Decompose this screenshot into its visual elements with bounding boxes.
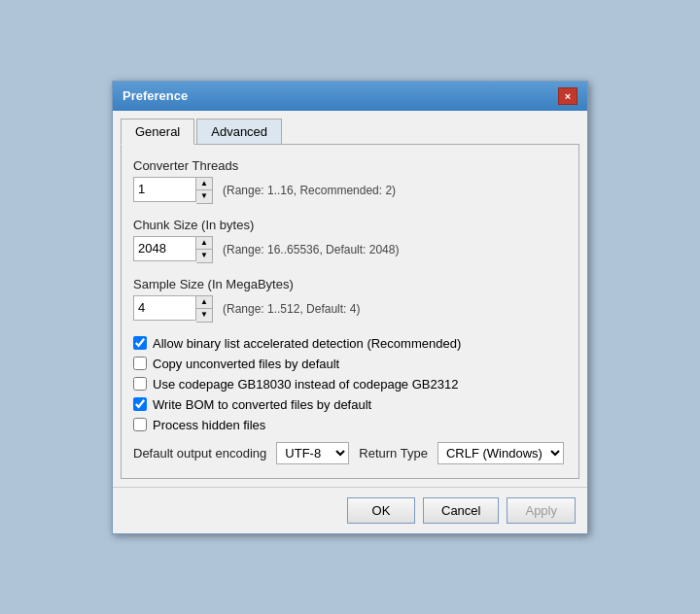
converter-threads-label: Converter Threads — [133, 158, 567, 173]
checkbox-write-bom-label: Write BOM to converted files by default — [153, 397, 371, 412]
chunk-size-up[interactable]: ▲ — [196, 237, 212, 250]
sample-size-up[interactable]: ▲ — [196, 296, 212, 309]
dialog-title: Preference — [122, 88, 188, 103]
close-button[interactable]: × — [558, 87, 578, 105]
encoding-row: Default output encoding UTF-8 UTF-16 GBK… — [133, 442, 567, 464]
chunk-size-input[interactable] — [133, 236, 196, 261]
tab-general[interactable]: General — [121, 119, 194, 145]
converter-threads-down[interactable]: ▼ — [196, 190, 212, 203]
converter-threads-input[interactable] — [133, 177, 196, 202]
checkbox-row-4: Process hidden files — [133, 418, 567, 432]
cancel-button[interactable]: Cancel — [423, 497, 499, 524]
converter-threads-row: ▲ ▼ (Range: 1..16, Recommended: 2) — [133, 177, 567, 204]
encoding-label: Default output encoding — [133, 446, 266, 460]
title-bar: Preference × — [113, 82, 587, 111]
chunk-size-row: ▲ ▼ (Range: 16..65536, Default: 2048) — [133, 236, 567, 263]
converter-threads-up[interactable]: ▲ — [196, 178, 212, 190]
converter-threads-buttons: ▲ ▼ — [196, 177, 213, 204]
dialog-footer: OK Cancel Apply — [113, 487, 587, 533]
chunk-size-hint: (Range: 16..65536, Default: 2048) — [223, 243, 399, 256]
checkbox-binary-list[interactable] — [133, 336, 147, 350]
sample-size-input[interactable] — [133, 295, 196, 321]
checkbox-row-3: Write BOM to converted files by default — [133, 397, 567, 412]
return-type-label: Return Type — [359, 446, 428, 460]
preference-dialog: Preference × General Advanced Converter … — [112, 81, 588, 534]
chunk-size-buttons: ▲ ▼ — [196, 236, 213, 263]
apply-button[interactable]: Apply — [507, 497, 576, 524]
encoding-dropdown[interactable]: UTF-8 UTF-16 GBK GB2312 — [276, 442, 349, 464]
chunk-size-group: Chunk Size (In bytes) ▲ ▼ (Range: 16..65… — [133, 218, 567, 263]
checkbox-copy-unconverted[interactable] — [133, 357, 147, 370]
sample-size-hint: (Range: 1..512, Default: 4) — [223, 302, 360, 316]
tab-content-general: Converter Threads ▲ ▼ (Range: 1..16, Rec… — [121, 144, 579, 479]
tab-strip: General Advanced — [121, 119, 579, 145]
checkbox-binary-list-label: Allow binary list accelerated detection … — [153, 336, 461, 351]
checkbox-copy-unconverted-label: Copy unconverted files by default — [153, 357, 339, 371]
converter-threads-hint: (Range: 1..16, Recommended: 2) — [223, 184, 396, 197]
converter-threads-spinner: ▲ ▼ — [133, 177, 213, 204]
checkbox-row-0: Allow binary list accelerated detection … — [133, 336, 567, 351]
checkbox-codepage[interactable] — [133, 377, 147, 391]
checkbox-process-hidden-label: Process hidden files — [153, 418, 265, 432]
sample-size-spinner: ▲ ▼ — [133, 295, 213, 323]
sample-size-label: Sample Size (In MegaBytes) — [133, 277, 567, 291]
chunk-size-spinner: ▲ ▼ — [133, 236, 213, 263]
sample-size-group: Sample Size (In MegaBytes) ▲ ▼ (Range: 1… — [133, 277, 567, 323]
checkbox-row-2: Use codepage GB18030 instead of codepage… — [133, 377, 567, 392]
chunk-size-down[interactable]: ▼ — [196, 250, 212, 262]
checkbox-write-bom[interactable] — [133, 397, 147, 411]
chunk-size-label: Chunk Size (In bytes) — [133, 218, 567, 232]
sample-size-down[interactable]: ▼ — [196, 309, 212, 322]
converter-threads-group: Converter Threads ▲ ▼ (Range: 1..16, Rec… — [133, 158, 567, 204]
dialog-body: General Advanced Converter Threads ▲ ▼ — [113, 111, 587, 487]
ok-button[interactable]: OK — [347, 497, 415, 524]
checkboxes-section: Allow binary list accelerated detection … — [133, 336, 567, 432]
sample-size-row: ▲ ▼ (Range: 1..512, Default: 4) — [133, 295, 567, 323]
checkbox-process-hidden[interactable] — [133, 418, 147, 431]
tab-advanced[interactable]: Advanced — [196, 119, 282, 145]
checkbox-codepage-label: Use codepage GB18030 instead of codepage… — [153, 377, 458, 392]
sample-size-buttons: ▲ ▼ — [196, 295, 213, 323]
checkbox-row-1: Copy unconverted files by default — [133, 357, 567, 371]
return-type-dropdown[interactable]: CRLF (Windows) LF (Unix) CR (Mac) — [438, 442, 564, 464]
